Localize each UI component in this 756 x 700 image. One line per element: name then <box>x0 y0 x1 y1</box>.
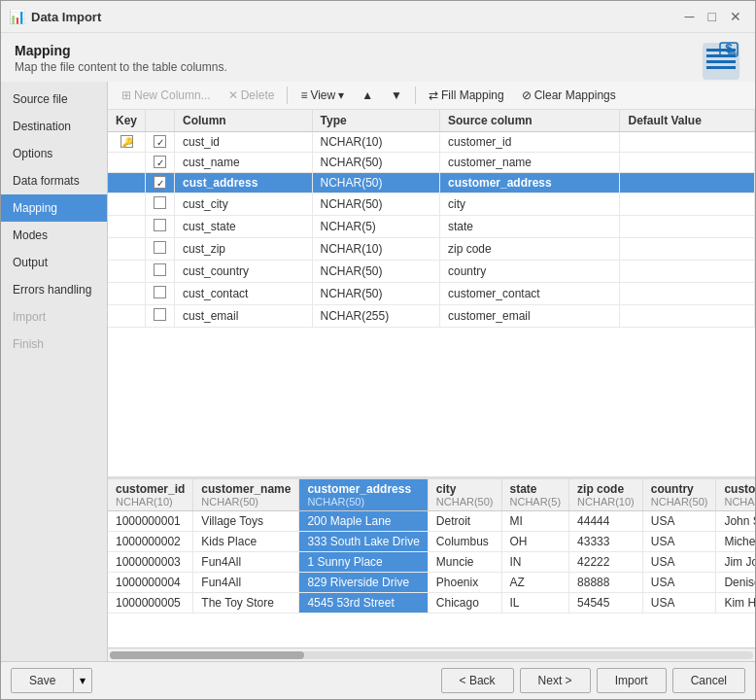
preview-cell: MI <box>501 511 569 532</box>
move-down-button[interactable]: ▼ <box>383 86 410 105</box>
table-row[interactable]: cust_stateNCHAR(5)state <box>108 216 755 238</box>
sidebar-item-data-formats[interactable]: Data formats <box>1 167 107 194</box>
delete-label: Delete <box>241 88 275 102</box>
table-row[interactable]: cust_countryNCHAR(50)country <box>108 261 755 283</box>
clear-mappings-button[interactable]: ⊘ Clear Mappings <box>514 86 624 105</box>
row-checkbox[interactable] <box>154 176 166 189</box>
table-row[interactable]: cust_zipNCHAR(10)zip code <box>108 238 755 261</box>
table-row[interactable]: cust_cityNCHAR(50)city <box>108 193 755 216</box>
back-button[interactable]: < Back <box>441 668 514 693</box>
row-checkbox[interactable] <box>154 286 166 298</box>
row-checkbox[interactable] <box>154 196 166 209</box>
row-checkbox[interactable] <box>154 219 166 231</box>
sidebar: Source file Destination Options Data for… <box>1 82 108 661</box>
preview-cell: 1000000002 <box>108 532 193 552</box>
checkbox-cell[interactable] <box>146 261 175 283</box>
type-cell: NCHAR(10) <box>312 132 439 153</box>
close-button[interactable]: ✕ <box>724 7 747 26</box>
preview-cell: 54545 <box>569 593 643 613</box>
preview-section[interactable]: customer_idNCHAR(10)customer_nameNCHAR(5… <box>108 477 755 648</box>
preview-column-header: zip codeNCHAR(10) <box>569 479 643 511</box>
type-cell: NCHAR(50) <box>312 193 439 216</box>
view-button[interactable]: ≡ View ▾ <box>292 86 352 105</box>
table-row[interactable]: cust_emailNCHAR(255)customer_email <box>108 305 755 328</box>
scroll-thumb[interactable] <box>110 651 304 659</box>
source-column-cell: country <box>439 261 620 283</box>
sidebar-item-modes[interactable]: Modes <box>1 222 107 249</box>
preview-cell: 1000000005 <box>108 593 193 613</box>
move-up-button[interactable]: ▲ <box>354 86 381 105</box>
logo-icon: S <box>701 41 741 85</box>
preview-cell: 333 South Lake Drive <box>299 532 428 552</box>
sidebar-item-source-file[interactable]: Source file <box>1 86 107 113</box>
maximize-button[interactable]: □ <box>703 7 722 26</box>
default-value-cell <box>620 132 755 153</box>
save-dropdown-button[interactable]: ▾ <box>74 668 92 693</box>
checkbox-cell[interactable] <box>146 283 175 305</box>
horizontal-scrollbar[interactable] <box>108 648 755 661</box>
key-cell <box>108 193 146 216</box>
preview-cell: Columbus <box>428 532 501 552</box>
fill-mapping-label: Fill Mapping <box>441 88 504 102</box>
preview-cell: 43333 <box>569 532 643 552</box>
mapping-table-wrapper[interactable]: Key Column Type Source column Default Va… <box>108 110 755 477</box>
checkbox-cell[interactable] <box>146 216 175 238</box>
sidebar-item-errors-handling[interactable]: Errors handling <box>1 276 107 303</box>
key-cell <box>108 173 146 193</box>
default-value-cell <box>620 173 755 193</box>
preview-cell: Village Toys <box>193 511 299 532</box>
checkbox-cell[interactable] <box>146 193 175 216</box>
separator-2 <box>415 87 416 104</box>
title-bar-left: 📊 Data Import <box>9 9 101 24</box>
row-checkbox[interactable] <box>154 156 166 168</box>
header-checkbox <box>146 110 175 132</box>
separator-1 <box>287 87 288 104</box>
row-checkbox[interactable] <box>154 263 166 276</box>
minimize-button[interactable]: ─ <box>679 7 701 26</box>
type-cell: NCHAR(5) <box>312 216 439 238</box>
row-checkbox[interactable] <box>154 135 166 148</box>
key-cell <box>108 238 146 261</box>
preview-cell: Kids Place <box>193 532 299 552</box>
type-cell: NCHAR(50) <box>312 283 439 305</box>
sidebar-item-mapping[interactable]: Mapping <box>1 194 107 222</box>
row-checkbox[interactable] <box>154 308 166 321</box>
fill-mapping-button[interactable]: ⇄ Fill Mapping <box>421 86 512 105</box>
title-bar: 📊 Data Import ─ □ ✕ <box>1 1 755 33</box>
save-button[interactable]: Save <box>11 668 74 693</box>
next-button[interactable]: Next > <box>520 668 591 693</box>
source-column-cell: customer_email <box>439 305 620 328</box>
sidebar-item-output[interactable]: Output <box>1 249 107 276</box>
table-row[interactable]: cust_nameNCHAR(50)customer_name <box>108 153 755 173</box>
table-row[interactable]: cust_contactNCHAR(50)customer_contact <box>108 283 755 305</box>
table-row[interactable]: cust_addressNCHAR(50)customer_address <box>108 173 755 193</box>
row-checkbox[interactable] <box>154 241 166 254</box>
main-layout: Source file Destination Options Data for… <box>1 82 755 661</box>
cancel-button[interactable]: Cancel <box>672 668 745 693</box>
checkbox-cell[interactable] <box>146 153 175 173</box>
title-controls: ─ □ ✕ <box>679 7 747 26</box>
checkbox-cell[interactable] <box>146 132 175 153</box>
view-label: View <box>310 88 335 102</box>
type-cell: NCHAR(50) <box>312 153 439 173</box>
preview-cell: IL <box>501 593 569 613</box>
column-name-cell: cust_id <box>175 132 313 153</box>
new-column-button[interactable]: ⊞ New Column... <box>114 86 219 105</box>
table-row[interactable]: 🔑cust_idNCHAR(10)customer_id <box>108 132 755 153</box>
key-cell <box>108 283 146 305</box>
sidebar-item-destination[interactable]: Destination <box>1 113 107 140</box>
source-column-cell: customer_name <box>439 153 620 173</box>
fill-mapping-icon: ⇄ <box>429 88 438 102</box>
preview-row: 1000000002Kids Place333 South Lake Drive… <box>108 532 755 552</box>
delete-button[interactable]: ✕ Delete <box>221 86 283 105</box>
preview-cell: Phoenix <box>428 573 501 593</box>
checkbox-cell[interactable] <box>146 305 175 328</box>
import-button[interactable]: Import <box>597 668 667 693</box>
checkbox-cell[interactable] <box>146 173 175 193</box>
preview-cell: Fun4All <box>193 552 299 573</box>
checkbox-cell[interactable] <box>146 238 175 261</box>
sidebar-item-options[interactable]: Options <box>1 140 107 167</box>
scroll-track[interactable] <box>110 651 753 659</box>
preview-cell: 1 Sunny Place <box>299 552 428 573</box>
delete-icon: ✕ <box>228 88 238 102</box>
